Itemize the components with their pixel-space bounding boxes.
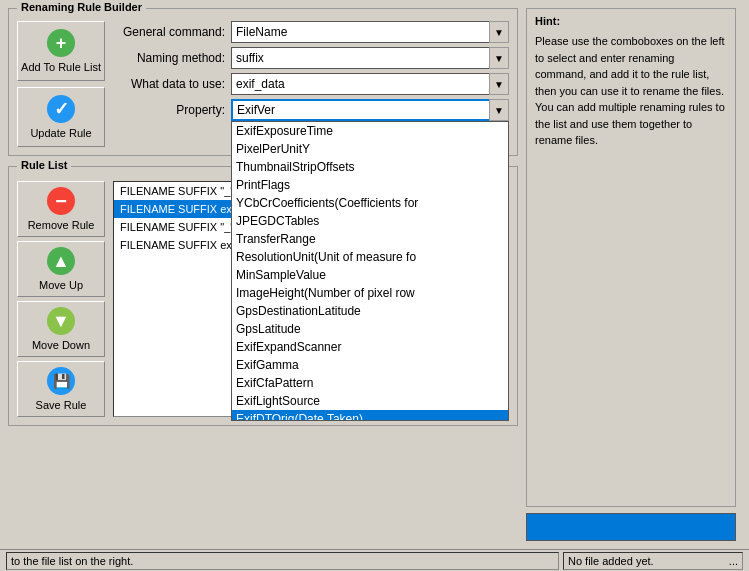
- rule-list-buttons: − Remove Rule ▲ Move Up ▼ Move Down 💾: [17, 181, 107, 417]
- move-up-button[interactable]: ▲ Move Up: [17, 241, 105, 297]
- arrow-down-icon: ▼: [47, 307, 75, 335]
- dropdown-item[interactable]: PixelPerUnitY: [232, 140, 508, 158]
- status-right: No file added yet. ...: [563, 552, 743, 570]
- hint-box: Hint: Please use the comboboxes on the l…: [526, 8, 736, 507]
- what-data-select[interactable]: exif_data file_info custom: [231, 73, 509, 95]
- property-dropdown-arrow[interactable]: ▼: [489, 99, 509, 121]
- main-container: Renaming Rule Builder + Add To Rule List…: [0, 0, 749, 571]
- dropdown-item[interactable]: GpsDestinationLatitude: [232, 302, 508, 320]
- add-to-rule-list-button[interactable]: + Add To Rule List: [17, 21, 105, 81]
- dropdown-item[interactable]: YCbCrCoefficients(Coefficients for: [232, 194, 508, 212]
- status-left: to the file list on the right.: [6, 552, 559, 570]
- dropdown-item[interactable]: GpsLatitude: [232, 320, 508, 338]
- hint-title: Hint:: [535, 15, 727, 27]
- arrow-up-icon: ▲: [47, 247, 75, 275]
- what-data-row: What data to use: exif_data file_info cu…: [115, 73, 509, 95]
- dropdown-item[interactable]: ExifExposureTime: [232, 122, 508, 140]
- rule-builder-buttons: + Add To Rule List ✓ Update Rule: [17, 21, 107, 147]
- status-indicator: ...: [729, 555, 738, 567]
- move-down-button[interactable]: ▼ Move Down: [17, 301, 105, 357]
- dropdown-item[interactable]: ExifCfaPattern: [232, 374, 508, 392]
- save-icon: 💾: [47, 367, 75, 395]
- general-command-label: General command:: [115, 25, 225, 39]
- dropdown-item[interactable]: ResolutionUnit(Unit of measure fo: [232, 248, 508, 266]
- save-button-label: Save Rule: [36, 399, 87, 411]
- preview-area: [526, 513, 736, 541]
- dropdown-item[interactable]: ImageHeight(Number of pixel row: [232, 284, 508, 302]
- minus-icon: −: [47, 187, 75, 215]
- property-label: Property:: [115, 103, 225, 117]
- dropdown-item[interactable]: ThumbnailStripOffsets: [232, 158, 508, 176]
- general-command-row: General command: FileName FolderName Dat…: [115, 21, 509, 43]
- property-input-wrapper: ▼ ExifExposureTime PixelPerUnitY Thumbna…: [231, 99, 509, 121]
- dropdown-item[interactable]: ExifExpandScanner: [232, 338, 508, 356]
- add-button-label: Add To Rule List: [21, 61, 101, 73]
- dropdown-item[interactable]: MinSampleValue: [232, 266, 508, 284]
- remove-rule-button[interactable]: − Remove Rule: [17, 181, 105, 237]
- status-bar: to the file list on the right. No file a…: [0, 549, 749, 571]
- rule-list-title: Rule List: [17, 159, 71, 171]
- what-data-label: What data to use:: [115, 77, 225, 91]
- rule-builder-content: + Add To Rule List ✓ Update Rule General…: [17, 21, 509, 147]
- move-up-label: Move Up: [39, 279, 83, 291]
- naming-method-label: Naming method:: [115, 51, 225, 65]
- add-icon: +: [47, 29, 75, 57]
- rule-builder-title: Renaming Rule Builder: [17, 1, 146, 13]
- naming-method-select[interactable]: suffix prefix replace: [231, 47, 509, 69]
- update-button-label: Update Rule: [30, 127, 91, 139]
- general-command-select-wrapper: FileName FolderName DateTime Counter ▼: [231, 21, 509, 43]
- save-rule-button[interactable]: 💾 Save Rule: [17, 361, 105, 417]
- update-rule-button[interactable]: ✓ Update Rule: [17, 87, 105, 147]
- status-left-text: to the file list on the right.: [11, 555, 133, 567]
- form-fields: General command: FileName FolderName Dat…: [115, 21, 509, 147]
- dropdown-item[interactable]: ExifLightSource: [232, 392, 508, 410]
- property-dropdown-list: ExifExposureTime PixelPerUnitY Thumbnail…: [231, 121, 509, 421]
- property-row: Property: ▼ ExifExposureTime PixelPerUni…: [115, 99, 509, 121]
- dropdown-item[interactable]: JPEGDCTables: [232, 212, 508, 230]
- hint-text: Please use the comboboxes on the left to…: [535, 33, 727, 149]
- naming-method-select-wrapper: suffix prefix replace ▼: [231, 47, 509, 69]
- dropdown-item[interactable]: PrintFlags: [232, 176, 508, 194]
- check-icon: ✓: [47, 95, 75, 123]
- remove-button-label: Remove Rule: [28, 219, 95, 231]
- dropdown-item[interactable]: TransferRange: [232, 230, 508, 248]
- property-input[interactable]: [231, 99, 509, 121]
- what-data-select-wrapper: exif_data file_info custom ▼: [231, 73, 509, 95]
- status-right-text: No file added yet.: [568, 555, 654, 567]
- dropdown-item[interactable]: ExifGamma: [232, 356, 508, 374]
- rule-builder-group: Renaming Rule Builder + Add To Rule List…: [8, 8, 518, 156]
- naming-method-row: Naming method: suffix prefix replace ▼: [115, 47, 509, 69]
- general-command-select[interactable]: FileName FolderName DateTime Counter: [231, 21, 509, 43]
- move-down-label: Move Down: [32, 339, 90, 351]
- right-section: Hint: Please use the comboboxes on the l…: [526, 8, 736, 541]
- dropdown-item-selected[interactable]: ExifDTOrig(Date Taken): [232, 410, 508, 421]
- top-panel: Renaming Rule Builder + Add To Rule List…: [0, 0, 749, 549]
- left-section: Renaming Rule Builder + Add To Rule List…: [8, 8, 518, 541]
